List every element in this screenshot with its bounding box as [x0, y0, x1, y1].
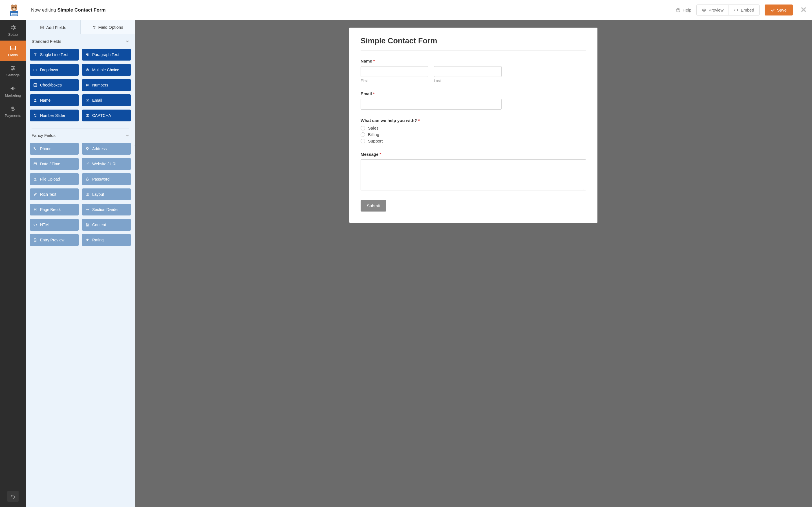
field-email[interactable]: Email*: [361, 91, 586, 110]
leftnav-fields[interactable]: Fields: [0, 41, 26, 61]
radio-icon: [86, 68, 89, 72]
field-type-rich-text[interactable]: Rich Text: [30, 188, 79, 200]
panel-collapse-toggle[interactable]: [134, 136, 135, 146]
field-type-date-time[interactable]: Date / Time: [30, 158, 79, 170]
svg-point-3: [12, 7, 13, 8]
form-canvas: Simple Contact Form Name* First Last Ema…: [349, 27, 598, 223]
tab-add-fields[interactable]: Add Fields: [26, 20, 81, 34]
phone-icon: [33, 147, 37, 151]
radio-option[interactable]: Billing: [361, 132, 586, 137]
columns-icon: [86, 192, 89, 196]
last-name-input[interactable]: [434, 66, 502, 77]
radio-icon: [361, 126, 365, 130]
leftnav-settings[interactable]: Settings: [0, 61, 26, 81]
field-type-label: Name: [40, 98, 50, 103]
chevron-down-icon: [126, 134, 129, 137]
field-choice[interactable]: What can we help you with?* SalesBilling…: [361, 118, 586, 144]
gear-icon: [10, 24, 16, 31]
field-type-label: Dropdown: [40, 68, 58, 72]
field-type-label: Website / URL: [92, 162, 117, 166]
svg-rect-14: [10, 46, 15, 50]
field-type-label: Number Slider: [40, 113, 65, 118]
field-type-email[interactable]: Email: [82, 94, 131, 106]
svg-point-4: [15, 7, 16, 8]
code-icon: [33, 223, 37, 227]
field-type-rating[interactable]: Rating: [82, 234, 131, 246]
field-type-name[interactable]: Name: [30, 94, 79, 106]
field-type-section-divider[interactable]: Section Divider: [82, 204, 131, 216]
field-type-label: Multiple Choice: [92, 68, 119, 72]
leftnav-payments[interactable]: Payments: [0, 101, 26, 122]
field-type-page-break[interactable]: Page Break: [30, 204, 79, 216]
help-link[interactable]: Help: [676, 8, 691, 12]
svg-point-22: [11, 66, 13, 67]
field-type-password[interactable]: Password: [82, 173, 131, 185]
field-label: Message*: [361, 152, 586, 157]
field-type-dropdown[interactable]: Dropdown: [30, 64, 79, 76]
leftnav-setup[interactable]: Setup: [0, 20, 26, 41]
field-type-number-slider[interactable]: Number Slider: [30, 110, 79, 121]
preview-embed-group: Preview Embed: [696, 4, 760, 15]
field-type-entry-preview[interactable]: Entry Preview: [30, 234, 79, 246]
field-type-label: File Upload: [40, 177, 60, 181]
field-type-paragraph-text[interactable]: Paragraph Text: [82, 49, 131, 61]
field-type-html[interactable]: HTML: [30, 219, 79, 231]
preview-button[interactable]: Preview: [697, 5, 729, 15]
field-type-label: Rating: [92, 238, 103, 242]
field-type-label: Password: [92, 177, 109, 181]
list-icon: [10, 45, 16, 51]
submit-button[interactable]: Submit: [361, 200, 386, 212]
undo-button[interactable]: [7, 491, 18, 502]
pin-icon: [86, 147, 89, 151]
radio-label: Billing: [368, 132, 379, 137]
section-standard-fields[interactable]: Standard Fields: [26, 34, 135, 47]
section-fancy-fields[interactable]: Fancy Fields: [26, 128, 135, 140]
form-icon: [40, 25, 44, 29]
save-button[interactable]: Save: [765, 4, 793, 15]
field-type-label: Entry Preview: [40, 238, 64, 242]
field-type-content[interactable]: Content: [82, 219, 131, 231]
help-icon: [676, 8, 680, 12]
check-icon: [771, 8, 775, 12]
radio-option[interactable]: Sales: [361, 126, 586, 130]
field-type-numbers[interactable]: Numbers: [82, 79, 131, 91]
dollar-icon: [10, 106, 16, 112]
svg-point-30: [93, 26, 94, 27]
field-type-single-line-text[interactable]: Single Line Text: [30, 49, 79, 61]
field-type-file-upload[interactable]: File Upload: [30, 173, 79, 185]
field-type-layout[interactable]: Layout: [82, 188, 131, 200]
field-type-label: Content: [92, 223, 106, 227]
field-type-label: Page Break: [40, 207, 61, 212]
field-type-label: Paragraph Text: [92, 52, 119, 57]
close-icon: [801, 7, 806, 12]
tab-field-options[interactable]: Field Options: [81, 20, 135, 34]
embed-button[interactable]: Embed: [729, 5, 759, 15]
svg-rect-18: [12, 48, 15, 48]
radio-option[interactable]: Support: [361, 138, 586, 144]
field-type-multiple-choice[interactable]: Multiple Choice: [82, 64, 131, 76]
close-button[interactable]: [801, 7, 806, 13]
svg-rect-37: [86, 100, 89, 101]
field-type-captcha[interactable]: CAPTCHA: [82, 110, 131, 121]
field-name[interactable]: Name* First Last: [361, 59, 586, 83]
field-type-address[interactable]: Address: [82, 143, 131, 155]
svg-rect-51: [35, 208, 36, 209]
field-type-phone[interactable]: Phone: [30, 143, 79, 155]
sublabel-first: First: [361, 78, 428, 83]
page-title: Now editing Simple Contact Form: [31, 7, 106, 13]
first-name-input[interactable]: [361, 66, 428, 77]
leftnav-marketing[interactable]: Marketing: [0, 81, 26, 101]
email-input[interactable]: [361, 99, 502, 110]
message-textarea[interactable]: [361, 159, 586, 190]
svg-point-2: [15, 4, 17, 7]
field-message[interactable]: Message*: [361, 152, 586, 191]
field-label: Name*: [361, 59, 586, 63]
divider-icon: [86, 208, 89, 212]
radio-icon: [361, 139, 365, 144]
field-type-checkboxes[interactable]: Checkboxes: [30, 79, 79, 91]
field-type-website-url[interactable]: Website / URL: [82, 158, 131, 170]
svg-rect-8: [10, 11, 18, 13]
sliders-icon: [33, 114, 37, 117]
file-icon: [86, 223, 89, 227]
sliders-icon: [10, 65, 16, 71]
